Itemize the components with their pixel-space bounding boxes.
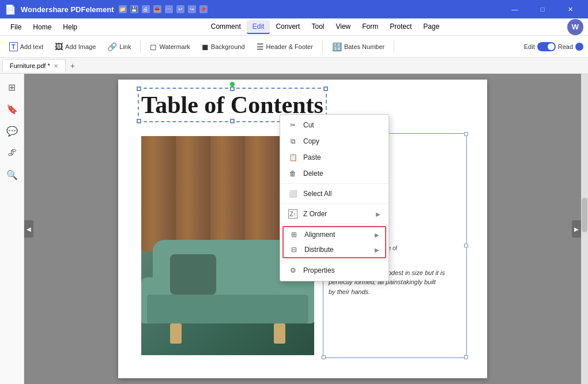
more-icon[interactable]: ⋯ (165, 5, 173, 13)
menu-comment[interactable]: Comment (205, 20, 247, 34)
share-icon[interactable]: 📤 (153, 5, 161, 13)
tab-close-btn[interactable]: ✕ (54, 63, 58, 69)
prev-page-arrow[interactable]: ◀ (24, 220, 33, 238)
menu-page[interactable]: Page (417, 20, 445, 34)
handle-bl[interactable] (137, 119, 141, 123)
edit-toggle[interactable] (537, 42, 556, 51)
menu-view[interactable]: View (330, 20, 356, 34)
pdf-content: Table of Contents (118, 80, 487, 367)
cs-handle-tr[interactable] (464, 132, 468, 136)
add-image-btn[interactable]: 🖼 Add Image (50, 40, 100, 54)
background-icon: ◼ (202, 42, 209, 51)
left-sidebar: ⊞ 🔖 💬 🖇 🔍 (0, 74, 24, 384)
properties-icon: ⚙ (288, 266, 297, 275)
bates-number-btn[interactable]: 🔢 Bates Number (327, 40, 389, 54)
context-menu: ✂ Cut ⧉ Copy 📋 Paste 🗑 Delete (280, 114, 389, 281)
toolbar: T Add text 🖼 Add Image 🔗 Link ◻ Watermar… (0, 36, 588, 58)
add-text-icon: T (9, 42, 18, 51)
ctx-z-order[interactable]: Z↑ Z Order ▶ (280, 206, 389, 222)
menu-tool[interactable]: Tool (306, 20, 330, 34)
link-icon: 🔗 (107, 42, 117, 51)
sofa-seat (147, 295, 308, 323)
menu-protect[interactable]: Protect (384, 20, 417, 34)
ctx-delete[interactable]: 🗑 Delete (280, 165, 389, 182)
tab-furniture[interactable]: Furniture.pdf * ✕ (2, 59, 66, 71)
sofa-leg1 (170, 323, 182, 344)
separator-1 (140, 40, 141, 53)
edit-label: Edit (524, 43, 535, 50)
ctx-select-all[interactable]: ⬜ Select All (280, 186, 389, 202)
cs-handle-mr[interactable] (464, 244, 468, 248)
sidebar-search-icon[interactable]: 🔍 (3, 166, 21, 183)
handle-tl[interactable] (137, 86, 141, 91)
handle-bm[interactable] (230, 119, 235, 123)
sidebar-comments-icon[interactable]: 💬 (3, 122, 21, 140)
toggle-group: Edit Read (524, 42, 583, 51)
handle-tr[interactable] (323, 86, 328, 91)
ctx-copy[interactable]: ⧉ Copy (280, 133, 389, 149)
pin-icon[interactable]: 📌 (199, 5, 208, 13)
distribute-arrow: ▶ (375, 247, 379, 253)
menu-home[interactable]: Home (27, 21, 57, 33)
app-title: Wondershare PDFelement (21, 5, 114, 14)
select-all-icon: ⬜ (288, 189, 297, 198)
right-scrollbar[interactable] (581, 74, 588, 384)
rotation-handle[interactable] (230, 82, 235, 86)
minimize-btn[interactable]: — (502, 0, 528, 18)
ctx-properties[interactable]: ⚙ Properties (280, 262, 389, 278)
menu-edit[interactable]: Edit (247, 20, 270, 34)
tab-add-btn[interactable]: + (66, 59, 80, 73)
ctx-sep-4 (280, 260, 389, 261)
menu-form[interactable]: Form (356, 20, 384, 34)
sofa-pillow (170, 254, 216, 295)
sidebar-attach-icon[interactable]: 🖇 (3, 144, 21, 161)
app-icon: 📄 (5, 4, 16, 15)
z-order-arrow: ▶ (376, 211, 380, 217)
read-label: Read (558, 43, 573, 50)
save-icon[interactable]: 💾 (130, 5, 138, 13)
cs-handle-bl[interactable] (322, 355, 326, 359)
cs-handle-br[interactable] (464, 355, 468, 359)
add-image-icon: 🖼 (55, 42, 63, 51)
ctx-distribute[interactable]: ⊟ Distribute ▶ (284, 242, 385, 257)
ctx-cut[interactable]: ✂ Cut (280, 117, 389, 133)
pdf-canvas: ◀ Table of Contents (24, 74, 588, 384)
undo-icon[interactable]: ↩ (176, 5, 184, 13)
sidebar-pages-icon[interactable]: ⊞ (3, 78, 21, 96)
redo-icon[interactable]: ↪ (188, 5, 196, 13)
ctx-paste[interactable]: 📋 Paste (280, 149, 389, 165)
watermark-btn[interactable]: ◻ Watermark (145, 40, 194, 54)
link-btn[interactable]: 🔗 Link (103, 40, 135, 54)
ctx-sep-1 (280, 183, 389, 184)
print-icon[interactable]: 🖨 (142, 5, 150, 13)
menu-convert[interactable]: Convert (270, 20, 306, 34)
menu-file[interactable]: File (5, 21, 27, 33)
ctx-sep-3 (280, 224, 389, 224)
header-footer-icon: ☰ (257, 42, 264, 51)
menu-help[interactable]: Help (57, 21, 83, 33)
add-text-btn[interactable]: T Add text (5, 40, 48, 54)
scrollbar-thumb[interactable] (582, 198, 587, 232)
tab-bar: Furniture.pdf * ✕ + (0, 58, 588, 74)
maximize-btn[interactable]: □ (529, 0, 556, 18)
watermark-icon: ◻ (150, 42, 157, 51)
distribute-icon: ⊟ (289, 245, 299, 254)
sidebar-bookmarks-icon[interactable]: 🔖 (3, 100, 21, 118)
title-bar-icons: 📁 💾 🖨 📤 ⋯ ↩ ↪ 📌 (119, 5, 208, 13)
bates-number-icon: 🔢 (332, 42, 342, 51)
close-btn[interactable]: ✕ (557, 0, 583, 18)
tab-filename: Furniture.pdf * (10, 62, 50, 69)
background-btn[interactable]: ◼ Background (197, 40, 250, 54)
open-icon[interactable]: 📁 (119, 5, 127, 13)
main-layout: ⊞ 🔖 💬 🖇 🔍 ◀ Table of Contents (0, 74, 588, 384)
sofa-leg2 (274, 323, 285, 344)
ctx-alignment[interactable]: ⊞ Alignment ▶ (284, 227, 385, 242)
next-page-arrow[interactable]: ▶ (572, 220, 581, 238)
header-footer-btn[interactable]: ☰ Header & Footer (252, 40, 318, 54)
user-avatar[interactable]: W (567, 19, 583, 35)
delete-icon: 🗑 (288, 169, 297, 178)
handle-tm[interactable] (230, 86, 235, 91)
read-dot (575, 43, 583, 51)
title-bar-controls: — □ ✕ (502, 0, 583, 18)
separator-3 (394, 40, 394, 53)
